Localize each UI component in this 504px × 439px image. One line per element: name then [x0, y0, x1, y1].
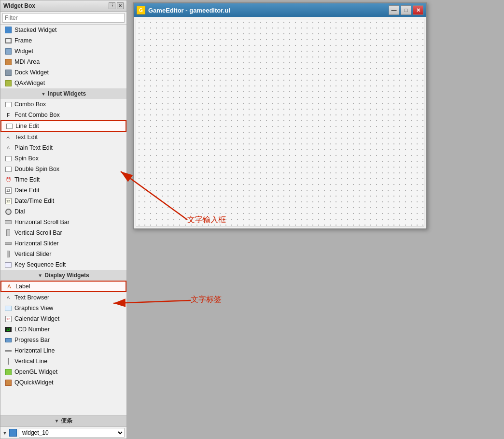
- time-edit-icon: ⏰: [4, 176, 12, 184]
- sidebar-item-horizontal-slider[interactable]: Horizontal Slider: [0, 238, 126, 249]
- sidebar-item-graphics-view[interactable]: Graphics View: [0, 303, 126, 313]
- date-time-edit-icon: 12: [4, 197, 12, 205]
- sidebar-item-font-combo-box[interactable]: F Font Combo Box: [0, 110, 126, 120]
- sidebar-item-widget[interactable]: Widget: [0, 46, 126, 57]
- qaxwidget-label: QAxWidget: [14, 80, 45, 86]
- date-edit-label: Date Edit: [14, 187, 39, 194]
- lcd-number-label: LCD Number: [14, 326, 50, 333]
- qaxwidget-icon: [4, 79, 12, 87]
- text-edit-icon: A: [4, 133, 12, 141]
- sidebar-item-progress-bar[interactable]: Progress Bar: [0, 335, 126, 345]
- sidebar-item-vertical-line[interactable]: Vertical Line: [0, 356, 126, 367]
- key-sequence-edit-label: Key Sequence Edit: [14, 261, 66, 268]
- filter-row: [0, 12, 126, 25]
- widget-box-bottom: ▼ 便条 ▼ widget_10: [0, 415, 126, 439]
- section-input-label: Input Widgets: [48, 90, 86, 97]
- stacked-widget-label: Stacked Widget: [14, 27, 57, 33]
- label-annotation: 文字标签: [191, 295, 222, 305]
- opengl-widget-label: OpenGL Widget: [14, 368, 57, 375]
- qqquick-widget-icon: [4, 379, 12, 386]
- mdi-area-icon: [4, 58, 12, 66]
- sidebar-item-qaxwidget[interactable]: QAxWidget: [0, 78, 126, 88]
- widget-box-title: Widget Box: [3, 2, 35, 9]
- section-collapse-display-icon: ▼: [38, 273, 42, 278]
- title-left: G GameEditor - gameeditor.ui: [137, 6, 230, 14]
- sidebar-item-spin-box[interactable]: Spin Box: [0, 153, 126, 164]
- game-editor-app-icon: G: [137, 6, 145, 14]
- sidebar-item-dial[interactable]: Dial: [0, 206, 126, 217]
- titlebar-controls: ⋮ ✕: [109, 2, 124, 9]
- sidebar-item-vertical-slider[interactable]: Vertical Slider: [0, 249, 126, 259]
- sidebar-item-plain-text-edit[interactable]: A Plain Text Edit: [0, 142, 126, 153]
- game-editor-title: GameEditor - gameeditor.ui: [148, 7, 230, 14]
- horizontal-scroll-bar-icon: [4, 218, 12, 226]
- sidebar-item-time-edit[interactable]: ⏰ Time Edit: [0, 174, 126, 185]
- widget-list[interactable]: Stacked Widget Frame Widget MDI Area Doc…: [0, 25, 126, 415]
- float-button[interactable]: ⋮: [109, 2, 115, 9]
- section-collapse-icon: ▼: [41, 91, 46, 97]
- game-editor-canvas[interactable]: [136, 19, 424, 227]
- progress-bar-label: Progress Bar: [14, 337, 50, 343]
- sidebar-item-stacked-widget[interactable]: Stacked Widget: [0, 25, 126, 35]
- sidebar-item-horizontal-line[interactable]: Horizontal Line: [0, 345, 126, 356]
- sidebar-item-date-edit[interactable]: 12 Date Edit: [0, 185, 126, 196]
- sidebar-item-double-spin-box[interactable]: Double Spin Box: [0, 164, 126, 174]
- vertical-slider-label: Vertical Slider: [14, 251, 51, 257]
- sidebar-item-text-browser[interactable]: A Text Browser: [0, 292, 126, 303]
- filter-input[interactable]: [2, 13, 125, 23]
- widget-icon: [4, 47, 12, 55]
- frame-label: Frame: [14, 37, 32, 44]
- vertical-slider-icon: [4, 250, 12, 258]
- calendar-widget-label: Calendar Widget: [14, 315, 59, 322]
- sidebar-item-frame[interactable]: Frame: [0, 35, 126, 46]
- widget-box: Widget Box ⋮ ✕ Stacked Widget Frame Widg…: [0, 0, 127, 439]
- game-editor-window-controls: ― □ ✕: [389, 5, 423, 15]
- horizontal-slider-label: Horizontal Slider: [14, 240, 59, 247]
- bottom-widget-icon: [9, 429, 17, 437]
- sidebar-item-mdi-area[interactable]: MDI Area: [0, 57, 126, 67]
- bottom-dropdown-row: ▼ widget_10: [0, 427, 126, 439]
- vertical-line-label: Vertical Line: [14, 358, 47, 365]
- section-bianqian[interactable]: ▼ 便条: [0, 415, 126, 427]
- mdi-area-label: MDI Area: [14, 58, 40, 65]
- vertical-line-icon: [4, 357, 12, 365]
- progress-bar-icon: [4, 336, 12, 344]
- spin-box-icon: [4, 155, 12, 162]
- line-edit-icon: [5, 122, 13, 130]
- maximize-button[interactable]: □: [401, 5, 411, 15]
- line-edit-annotation: 文字输入框: [187, 215, 226, 225]
- minimize-button[interactable]: ―: [389, 5, 399, 15]
- combo-box-label: Combo Box: [14, 101, 46, 108]
- section-header-display[interactable]: ▼ Display Widgets: [0, 270, 126, 281]
- sidebar-item-label[interactable]: A Label: [0, 281, 126, 292]
- calendar-widget-icon: 12: [4, 315, 12, 323]
- sidebar-item-combo-box[interactable]: Combo Box: [0, 99, 126, 110]
- date-edit-icon: 12: [4, 186, 12, 194]
- stacked-widget-icon: [4, 26, 12, 34]
- sidebar-item-horizontal-scroll-bar[interactable]: Horizontal Scroll Bar: [0, 217, 126, 227]
- sidebar-item-lcd-number[interactable]: 12 LCD Number: [0, 324, 126, 335]
- sidebar-item-key-sequence-edit[interactable]: Key Sequence Edit: [0, 259, 126, 270]
- text-edit-label: Text Edit: [14, 134, 38, 141]
- text-browser-label: Text Browser: [14, 294, 49, 301]
- sidebar-item-qqquick-widget[interactable]: QQuickWidget: [0, 377, 126, 388]
- bottom-widget-select[interactable]: widget_10: [19, 428, 125, 438]
- sidebar-item-date-time-edit[interactable]: 12 Date/Time Edit: [0, 196, 126, 206]
- lcd-number-icon: 12: [4, 326, 12, 333]
- graphics-view-label: Graphics View: [14, 305, 53, 312]
- sidebar-item-vertical-scroll-bar[interactable]: Vertical Scroll Bar: [0, 227, 126, 238]
- double-spin-box-label: Double Spin Box: [14, 166, 59, 172]
- sidebar-item-dock-widget[interactable]: Dock Widget: [0, 67, 126, 78]
- close-button[interactable]: ✕: [117, 2, 124, 9]
- sidebar-item-text-edit[interactable]: A Text Edit: [0, 132, 126, 142]
- horizontal-slider-icon: [4, 240, 12, 247]
- section-bianqian-label: 便条: [61, 417, 72, 425]
- dial-label: Dial: [14, 208, 25, 215]
- sidebar-item-line-edit[interactable]: Line Edit: [0, 120, 126, 132]
- font-combo-box-icon: F: [4, 111, 12, 119]
- horizontal-scroll-bar-label: Horizontal Scroll Bar: [14, 219, 70, 226]
- close-window-button[interactable]: ✕: [413, 5, 423, 15]
- section-header-input[interactable]: ▼ Input Widgets: [0, 88, 126, 99]
- sidebar-item-opengl-widget[interactable]: OpenGL Widget: [0, 367, 126, 377]
- sidebar-item-calendar-widget[interactable]: 12 Calendar Widget: [0, 313, 126, 324]
